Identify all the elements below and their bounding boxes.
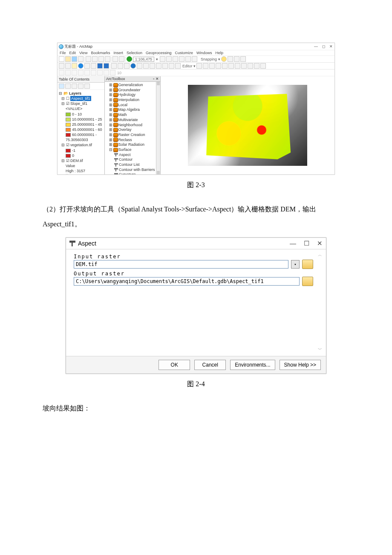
list-by-source-icon[interactable] xyxy=(65,84,71,89)
menu-view[interactable]: View xyxy=(79,51,88,55)
new-icon[interactable] xyxy=(59,56,64,62)
snapping-label[interactable]: Snapping ▾ xyxy=(201,57,220,61)
minimize-icon[interactable]: — xyxy=(314,44,318,49)
print-icon[interactable] xyxy=(78,56,84,62)
menu-insert[interactable]: Insert xyxy=(113,51,124,55)
toolbar-icon[interactable] xyxy=(185,56,191,62)
layer-dem[interactable]: DEM.tif xyxy=(70,159,83,163)
menu-windows[interactable]: Windows xyxy=(196,51,213,55)
browse-icon[interactable] xyxy=(302,260,313,269)
toolbar-icon[interactable] xyxy=(91,70,96,75)
paste-icon[interactable] xyxy=(98,56,104,62)
surface-tool[interactable]: Contour with Barriers xyxy=(119,168,155,172)
list-by-selection-icon[interactable] xyxy=(78,84,84,89)
list-by-visibility-icon[interactable] xyxy=(72,84,77,89)
toolset[interactable]: Overlay xyxy=(118,127,132,132)
forward-icon[interactable] xyxy=(104,63,109,69)
surface-tool[interactable]: Curvature xyxy=(119,172,136,174)
full-extent-icon[interactable] xyxy=(78,63,84,69)
menu-file[interactable]: File xyxy=(59,51,66,55)
toolset[interactable]: Map Algebra xyxy=(118,107,140,112)
surface-tool[interactable]: Contour xyxy=(119,157,133,162)
scrollbar[interactable] xyxy=(156,82,160,174)
toolset[interactable]: Multivariate xyxy=(118,118,138,122)
toolbar-icon[interactable] xyxy=(59,70,64,75)
menu-help[interactable]: Help xyxy=(215,51,224,55)
toolbar-icon[interactable] xyxy=(173,56,178,62)
input-raster-field[interactable] xyxy=(74,260,288,269)
editor-toolbar-icon[interactable] xyxy=(160,56,165,62)
fixed-zoom-icon[interactable] xyxy=(84,63,90,69)
menu-geoprocessing[interactable]: Geoprocessing xyxy=(145,51,172,55)
edit-tool-icon[interactable] xyxy=(216,63,221,69)
find-icon[interactable] xyxy=(156,63,161,69)
edit-tool-icon[interactable] xyxy=(241,63,247,69)
toolset-surface[interactable]: Surface xyxy=(118,147,132,152)
redo-icon[interactable] xyxy=(119,56,124,62)
goto-xy-icon[interactable] xyxy=(162,63,168,69)
cancel-button[interactable]: Cancel xyxy=(194,360,226,370)
pointer-icon[interactable] xyxy=(124,63,130,69)
toolset[interactable]: Math xyxy=(118,113,127,117)
map-canvas[interactable] xyxy=(161,76,334,174)
toolbar-icon[interactable] xyxy=(166,56,172,62)
snap-square-icon[interactable] xyxy=(228,56,233,62)
toolset[interactable]: Neighborhood xyxy=(118,123,143,127)
browse-icon[interactable] xyxy=(302,277,313,286)
panel-dock-icon[interactable]: ▫ ✕ xyxy=(153,77,159,81)
back-icon[interactable] xyxy=(97,63,103,69)
toolbar-icon[interactable] xyxy=(104,70,109,75)
show-help-button[interactable]: Show Help >> xyxy=(280,360,321,370)
list-by-drawing-icon[interactable] xyxy=(59,84,64,89)
measure-icon[interactable] xyxy=(150,63,155,69)
menu-edit[interactable]: Edit xyxy=(69,51,77,55)
snap-circle-icon[interactable] xyxy=(221,56,227,62)
toolbar-icon[interactable] xyxy=(72,70,77,75)
options-icon[interactable] xyxy=(84,84,90,89)
time-slider-icon[interactable] xyxy=(169,63,174,69)
surface-tool[interactable]: Contour List xyxy=(119,162,140,167)
menu-bookmarks[interactable]: Bookmarks xyxy=(90,51,110,55)
toolbar-icon[interactable] xyxy=(110,70,115,75)
layer-aspect[interactable]: Aspect_tif1 xyxy=(70,96,91,101)
save-icon[interactable] xyxy=(72,56,77,62)
toolset[interactable]: Raster Creation xyxy=(118,133,145,137)
html-popup-icon[interactable] xyxy=(143,63,149,69)
toolbar-icon[interactable] xyxy=(192,56,197,62)
edit-tool-icon[interactable] xyxy=(254,63,259,69)
maximize-icon[interactable]: ☐ xyxy=(304,240,309,247)
open-icon[interactable] xyxy=(65,56,71,62)
arctoolbox-tree[interactable]: ⊞ Generalization ⊞ Groundwater ⊞ Hydrolo… xyxy=(105,82,160,174)
toolbar-icon[interactable] xyxy=(84,70,90,75)
layer-slope[interactable]: Slope_tif1 xyxy=(70,101,87,106)
toolbar-icon[interactable] xyxy=(65,70,71,75)
copy-icon[interactable] xyxy=(92,56,98,62)
toolbar-icon[interactable] xyxy=(97,70,103,75)
output-raster-field[interactable] xyxy=(74,277,300,286)
toolset[interactable]: Local xyxy=(118,103,128,107)
hyperlink-icon[interactable] xyxy=(137,63,142,69)
identify-icon[interactable] xyxy=(130,63,136,69)
menu-customize[interactable]: Customize xyxy=(175,51,194,55)
scroll-down-icon[interactable]: ﹀ xyxy=(317,347,323,353)
scroll-up-icon[interactable]: ︿ xyxy=(317,252,323,259)
toolset[interactable]: Groundwater xyxy=(118,88,141,92)
undo-icon[interactable] xyxy=(112,56,118,62)
minimize-icon[interactable]: — xyxy=(290,240,296,247)
toolset[interactable]: Interpolation xyxy=(118,98,140,102)
close-icon[interactable]: ✕ xyxy=(317,240,323,247)
toolset[interactable]: Generalization xyxy=(118,83,143,87)
editor-label[interactable]: Editor ▾ xyxy=(182,64,196,68)
layers-root[interactable]: Layers xyxy=(69,91,81,95)
maximize-icon[interactable]: ◻ xyxy=(322,44,325,49)
zoomin-icon[interactable] xyxy=(59,63,64,69)
edit-tool-icon[interactable] xyxy=(203,63,208,69)
menu-selection[interactable]: Selection xyxy=(126,51,143,55)
toolset[interactable]: Reclass xyxy=(118,138,132,142)
scale-box[interactable]: 1:106,475 xyxy=(133,57,154,62)
snap-edge-icon[interactable] xyxy=(240,56,246,62)
delete-icon[interactable] xyxy=(105,56,110,62)
viewer-icon[interactable] xyxy=(175,63,181,69)
zoomout-icon[interactable] xyxy=(65,63,71,69)
pan-icon[interactable] xyxy=(72,63,77,69)
